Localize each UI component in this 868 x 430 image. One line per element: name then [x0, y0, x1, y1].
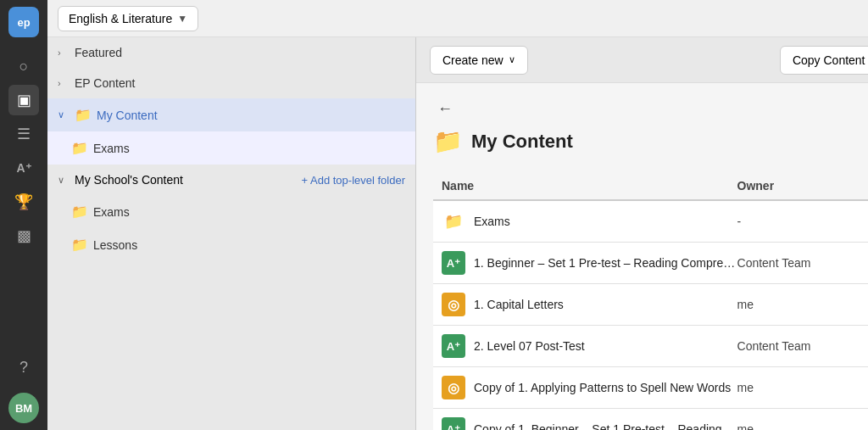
tree-item-featured[interactable]: › Featured	[47, 37, 415, 68]
subject-dropdown[interactable]: English & Literature ▼	[58, 6, 198, 31]
folder-title-text: My Content	[471, 131, 573, 153]
table-row[interactable]: ◎ 1. Capital Letters me ⋮	[433, 284, 868, 326]
row-name: Copy of 1. Beginner – Set 1 Pre-test – R…	[474, 422, 737, 430]
tree-label-my-content: My Content	[97, 109, 158, 122]
tree-item-lessons-school[interactable]: 📁 Lessons	[47, 228, 415, 261]
row-name: 1. Capital Letters	[474, 298, 737, 311]
row-owner: me	[737, 298, 856, 311]
app-logo: ep	[8, 7, 39, 37]
nav-sidebar: ep ○ ▣ ☰ A⁺ 🏆 ▩ ? BM	[0, 0, 47, 430]
tree-item-my-content[interactable]: ∨ 📁 My Content	[47, 98, 415, 131]
col-header-owner: Owner	[737, 179, 856, 193]
table-row[interactable]: A⁺ 2. Level 07 Post-Test Content Team ⋮	[433, 326, 868, 367]
create-new-button[interactable]: Create new ∨	[430, 46, 528, 75]
tree-label-exams-my: Exams	[93, 142, 130, 155]
create-new-label: Create new	[442, 53, 504, 67]
tree-label-lessons-school: Lessons	[93, 238, 137, 252]
row-owner: me	[737, 422, 856, 430]
copy-content-button[interactable]: Copy Content ⬇	[780, 46, 868, 75]
content-row: › Featured › EP Content ∨ 📁 My Content 📁…	[47, 37, 868, 430]
table-row[interactable]: A⁺ 1. Beginner – Set 1 Pre-test – Readin…	[433, 243, 868, 284]
create-new-chevron-icon: ∨	[509, 54, 515, 65]
row-content-icon: A⁺	[442, 334, 465, 358]
right-content: ← 📁 My Content Name Owner 📁 Exams - ⋮	[416, 83, 868, 430]
main-area: English & Literature ▼ › Featured › EP C…	[47, 0, 868, 430]
row-menu-icon[interactable]: ⋮	[856, 212, 868, 231]
tree-item-exams-school[interactable]: 📁 Exams	[47, 195, 415, 228]
row-menu-icon[interactable]: ⋮	[856, 254, 868, 272]
tree-panel: › Featured › EP Content ∨ 📁 My Content 📁…	[47, 37, 416, 430]
sidebar-item-chart[interactable]: ▩	[8, 221, 39, 251]
row-content-icon: A⁺	[442, 417, 465, 430]
tree-item-ep-content[interactable]: › EP Content	[47, 68, 415, 98]
row-name: Exams	[474, 215, 737, 228]
tree-item-school-content[interactable]: ∨ My School's Content + Add top-level fo…	[47, 165, 415, 195]
row-menu-icon[interactable]: ⋮	[856, 420, 868, 430]
row-content-icon: ◎	[442, 376, 465, 399]
sidebar-item-trophy[interactable]: 🏆	[8, 187, 39, 217]
table-row[interactable]: ◎ Copy of 1. Applying Patterns to Spell …	[433, 367, 868, 409]
sidebar-item-list[interactable]: ☰	[8, 119, 39, 149]
folder-title-area: 📁 My Content	[433, 127, 868, 155]
sidebar-item-folder[interactable]: ▣	[8, 85, 39, 115]
subject-label: English & Literature	[69, 12, 172, 25]
chevron-right-icon: ›	[58, 78, 70, 88]
table-header: Name Owner	[433, 172, 868, 201]
row-owner: Content Team	[737, 256, 856, 270]
sidebar-item-help[interactable]: ?	[8, 352, 39, 383]
folder-dark-icon: 📁	[71, 140, 88, 156]
folder-title-icon: 📁	[433, 127, 463, 155]
right-toolbar: Create new ∨ Copy Content ⬇	[416, 37, 868, 83]
tree-item-exams-my-content[interactable]: 📁 Exams	[47, 131, 415, 165]
tree-label-featured: Featured	[75, 46, 122, 59]
sidebar-item-dashboard[interactable]: ○	[8, 51, 39, 81]
copy-content-label: Copy Content	[793, 53, 865, 67]
tree-label-school: My School's Content	[75, 173, 183, 187]
folder-blue-icon: 📁	[75, 107, 92, 123]
col-header-name: Name	[442, 179, 737, 193]
chevron-right-icon: ›	[58, 47, 70, 58]
row-content-icon: ◎	[442, 293, 465, 316]
row-menu-icon[interactable]: ⋮	[856, 295, 868, 314]
chevron-down-school-icon: ∨	[58, 175, 70, 186]
row-name: 2. Level 07 Post-Test	[474, 339, 737, 353]
back-button[interactable]: ←	[433, 97, 457, 120]
row-name: Copy of 1. Applying Patterns to Spell Ne…	[474, 381, 737, 394]
row-content-icon: A⁺	[442, 251, 465, 275]
row-owner: -	[737, 215, 856, 228]
table-row[interactable]: A⁺ Copy of 1. Beginner – Set 1 Pre-test …	[433, 409, 868, 430]
right-panel: Create new ∨ Copy Content ⬇ ← 📁 My Conte…	[416, 37, 868, 430]
row-menu-icon[interactable]: ⋮	[856, 378, 868, 397]
folder-dark-icon-2: 📁	[71, 204, 88, 220]
row-name: 1. Beginner – Set 1 Pre-test – Reading C…	[474, 256, 737, 270]
row-folder-icon: 📁	[442, 209, 465, 233]
row-owner: Content Team	[737, 339, 856, 353]
folder-dark-icon-3: 📁	[71, 237, 88, 253]
tree-label-exams-school: Exams	[93, 205, 130, 219]
add-folder-button[interactable]: + Add top-level folder	[302, 174, 406, 187]
chevron-down-icon: ∨	[58, 109, 70, 120]
tree-label-ep-content: EP Content	[75, 76, 135, 90]
row-menu-icon[interactable]: ⋮	[856, 337, 868, 355]
sidebar-item-text[interactable]: A⁺	[8, 153, 39, 183]
subject-chevron-icon: ▼	[177, 13, 187, 25]
row-owner: me	[737, 381, 856, 394]
user-avatar[interactable]: BM	[8, 393, 39, 423]
table-row[interactable]: 📁 Exams - ⋮	[433, 201, 868, 243]
top-bar: English & Literature ▼	[47, 0, 868, 37]
